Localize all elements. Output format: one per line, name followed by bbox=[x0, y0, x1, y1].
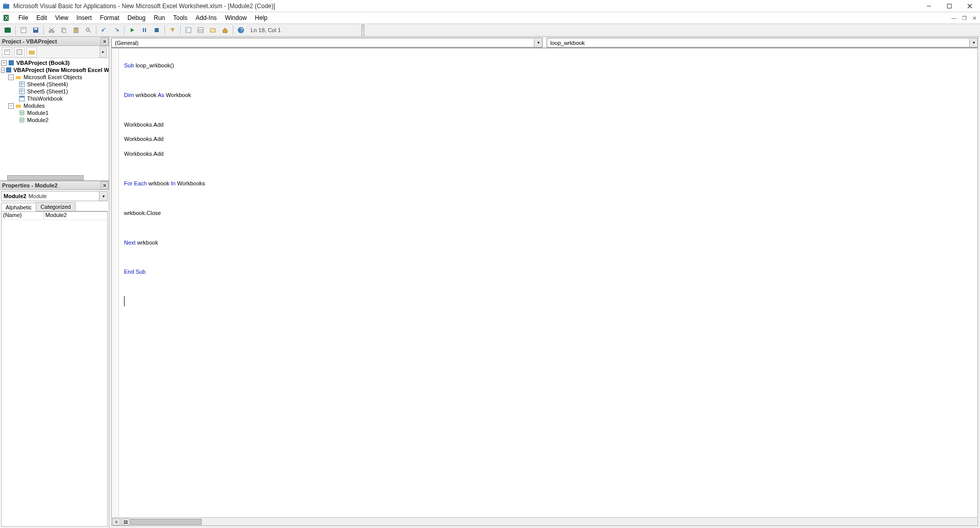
properties-object-selector[interactable]: Module2 Module ▾ bbox=[1, 191, 108, 201]
menu-tools[interactable]: Tools bbox=[169, 13, 191, 22]
svg-rect-43 bbox=[19, 82, 24, 87]
svg-marker-27 bbox=[170, 28, 175, 32]
titlebar: Microsoft Visual Basic for Applications … bbox=[0, 0, 980, 12]
close-button[interactable] bbox=[960, 0, 980, 12]
svg-rect-50 bbox=[19, 96, 24, 98]
worksheet-icon bbox=[18, 88, 26, 95]
folder-icon bbox=[15, 74, 22, 81]
reset-button[interactable] bbox=[151, 25, 162, 36]
tab-alphabetic[interactable]: Alphabetic bbox=[1, 203, 36, 211]
project-tree[interactable]: + VBAProject (Book3) − VBAProject (New M… bbox=[0, 58, 109, 181]
dropdown-arrow-icon[interactable]: ▾ bbox=[534, 39, 542, 47]
copy-button[interactable] bbox=[58, 25, 69, 36]
properties-object-type: Module bbox=[27, 193, 47, 199]
code-editor[interactable]: Sub loop_wrkbook() Dim wrkbook As Workbo… bbox=[112, 49, 977, 517]
save-button[interactable] bbox=[30, 25, 41, 36]
menu-run[interactable]: Run bbox=[150, 13, 169, 22]
tree-node-module1[interactable]: Module1 bbox=[27, 110, 48, 116]
svg-rect-12 bbox=[34, 28, 37, 30]
properties-window-button[interactable] bbox=[195, 25, 206, 36]
menubar: X File Edit View Insert Format Debug Run… bbox=[0, 12, 980, 23]
project-panel-close-button[interactable]: × bbox=[101, 37, 109, 45]
properties-tabs: Alphabetic Categorized bbox=[1, 202, 108, 211]
insert-module-button[interactable] bbox=[18, 25, 29, 36]
mdi-close-button[interactable]: ✕ bbox=[971, 14, 978, 21]
menu-debug[interactable]: Debug bbox=[124, 13, 150, 22]
menu-help[interactable]: Help bbox=[251, 13, 272, 22]
procedure-view-button[interactable]: ≡ bbox=[112, 518, 120, 525]
code-horizontal-scrollbar[interactable] bbox=[130, 519, 202, 525]
collapse-icon[interactable]: − bbox=[8, 103, 14, 109]
project-scroll-button[interactable]: ▸ bbox=[100, 46, 107, 58]
view-code-button[interactable] bbox=[2, 47, 12, 57]
svg-line-22 bbox=[89, 31, 91, 33]
undo-button[interactable] bbox=[99, 25, 110, 36]
collapse-icon[interactable]: − bbox=[8, 75, 14, 80]
help-button[interactable]: ? bbox=[235, 25, 247, 36]
text-cursor bbox=[124, 296, 125, 306]
svg-rect-55 bbox=[20, 118, 24, 122]
break-button[interactable] bbox=[139, 25, 150, 36]
code-bottom-bar: ≡ ▤ bbox=[112, 517, 977, 525]
procedure-dropdown[interactable]: loop_wrkbook ▾ bbox=[547, 38, 978, 47]
menu-format[interactable]: Format bbox=[96, 13, 124, 22]
tree-node-project2[interactable]: VBAProject (New Microsoft Excel Worksh bbox=[13, 67, 109, 73]
tree-node-module2[interactable]: Module2 bbox=[27, 117, 48, 123]
svg-rect-24 bbox=[143, 28, 144, 32]
view-excel-button[interactable] bbox=[2, 25, 13, 36]
minimize-button[interactable] bbox=[919, 0, 939, 12]
toggle-folders-button[interactable] bbox=[27, 47, 37, 57]
tree-node-sheet5[interactable]: Sheet5 (Sheet1) bbox=[27, 88, 68, 94]
project-explorer-button[interactable] bbox=[183, 25, 194, 36]
cut-button[interactable] bbox=[46, 25, 57, 36]
find-button[interactable] bbox=[83, 25, 94, 36]
svg-rect-1 bbox=[4, 3, 7, 5]
tab-categorized[interactable]: Categorized bbox=[36, 202, 75, 211]
code-content[interactable]: Sub loop_wrkbook() Dim wrkbook As Workbo… bbox=[124, 58, 205, 308]
dropdown-arrow-icon[interactable]: ▾ bbox=[969, 39, 977, 47]
tree-node-sheet4[interactable]: Sheet4 (Sheet4) bbox=[27, 81, 68, 87]
menu-view[interactable]: View bbox=[51, 13, 72, 22]
properties-panel-title-text: Properties - Module2 bbox=[2, 182, 58, 188]
maximize-button[interactable] bbox=[939, 0, 960, 12]
procedure-dropdown-value: loop_wrkbook bbox=[550, 40, 585, 46]
property-row[interactable]: (Name) Module2 bbox=[2, 212, 107, 220]
view-object-button[interactable] bbox=[14, 47, 24, 57]
worksheet-icon bbox=[18, 81, 26, 88]
object-browser-button[interactable] bbox=[207, 25, 218, 36]
tree-node-project1[interactable]: VBAProject (Book3) bbox=[16, 60, 70, 66]
expand-icon[interactable]: + bbox=[1, 60, 7, 66]
tree-node-modules[interactable]: Modules bbox=[23, 103, 45, 109]
property-value[interactable]: Module2 bbox=[44, 212, 107, 220]
object-dropdown[interactable]: (General) ▾ bbox=[111, 38, 543, 47]
svg-text:?: ? bbox=[240, 27, 243, 33]
redo-button[interactable] bbox=[111, 25, 122, 36]
dropdown-arrow-icon[interactable]: ▾ bbox=[99, 191, 107, 201]
mdi-minimize-button[interactable]: — bbox=[950, 14, 958, 21]
excel-icon: X bbox=[2, 13, 12, 22]
menu-file[interactable]: File bbox=[14, 13, 32, 22]
tree-node-excel-objects[interactable]: Microsoft Excel Objects bbox=[23, 74, 82, 80]
toolbar-drag-handle[interactable] bbox=[361, 25, 364, 36]
collapse-icon[interactable]: − bbox=[1, 67, 5, 73]
toolbox-button[interactable] bbox=[219, 25, 231, 36]
svg-rect-52 bbox=[20, 111, 24, 115]
svg-rect-42 bbox=[16, 76, 21, 79]
svg-rect-51 bbox=[16, 105, 21, 108]
run-button[interactable] bbox=[127, 25, 138, 36]
paste-button[interactable] bbox=[70, 25, 82, 36]
project-toolbar: ▸ bbox=[0, 46, 109, 58]
menu-addins[interactable]: Add-Ins bbox=[191, 13, 220, 22]
menu-edit[interactable]: Edit bbox=[32, 13, 51, 22]
properties-panel-close-button[interactable]: × bbox=[101, 181, 109, 189]
design-mode-button[interactable] bbox=[167, 25, 178, 36]
tree-node-thisworkbook[interactable]: ThisWorkbook bbox=[27, 95, 63, 102]
menu-window[interactable]: Window bbox=[221, 13, 251, 22]
mdi-restore-button[interactable]: ❐ bbox=[961, 14, 968, 21]
toolbar-separator bbox=[96, 26, 96, 35]
menu-insert[interactable]: Insert bbox=[72, 13, 96, 22]
svg-rect-3 bbox=[947, 4, 951, 8]
properties-panel-title: Properties - Module2 × bbox=[0, 181, 109, 190]
full-module-view-button[interactable]: ▤ bbox=[121, 518, 130, 525]
project-tree-scrollbar[interactable] bbox=[7, 175, 84, 180]
